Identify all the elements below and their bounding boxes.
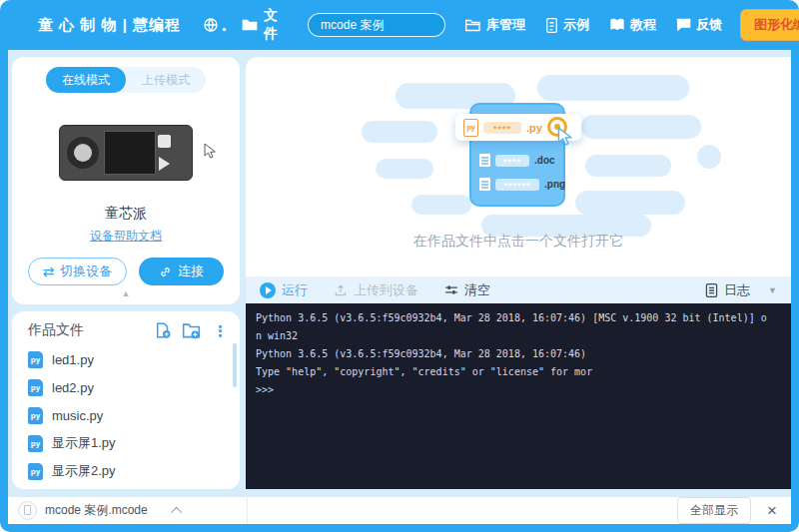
device-board: [59, 125, 193, 181]
switch-device-label: 切换设备: [60, 263, 112, 280]
project-name-input[interactable]: [308, 13, 445, 37]
py-file-icon: py: [463, 119, 478, 137]
project-files-header: 作品文件 ⋮: [12, 311, 240, 345]
run-label: 运行: [282, 281, 308, 299]
file-row[interactable]: py led1.py: [12, 345, 240, 373]
upload-icon: [334, 283, 348, 297]
editor-empty-state: py **** .py **** .doc ****** .png 在作品文件中…: [246, 57, 791, 276]
nav-examples[interactable]: 示例: [545, 16, 589, 34]
background-blob: [376, 159, 433, 179]
filename-placeholder: ******: [495, 179, 539, 191]
run-button[interactable]: 运行: [260, 281, 308, 299]
mouse-cursor-icon: [204, 143, 217, 163]
console-line: Python 3.6.5 (v3.6.5:f59c0932b4, Mar 28 …: [256, 345, 781, 363]
device-button-a: [158, 135, 171, 148]
background-blob: [697, 145, 721, 169]
bottom-bar: mcode 案例.mcode 全部显示 ×: [8, 496, 791, 524]
log-icon: [705, 283, 718, 297]
graphical-editor-button[interactable]: 图形化编辑器: [740, 9, 799, 41]
nav-tutorials[interactable]: 教程: [609, 16, 656, 34]
file-name: 显示屏2.py: [52, 462, 116, 480]
chevron-down-icon[interactable]: ▼: [768, 285, 777, 295]
tutorials-book-icon: [609, 18, 625, 32]
files-scrollbar[interactable]: [233, 343, 237, 387]
python-file-icon: py: [28, 351, 43, 368]
feedback-chat-icon: [676, 18, 691, 32]
clear-console-button[interactable]: 清空: [444, 281, 490, 299]
file-row[interactable]: py 贪食蛇.py: [12, 485, 240, 489]
open-file-tab[interactable]: mcode 案例.mcode: [8, 497, 248, 524]
background-blob: [411, 195, 471, 215]
doc-extension-label: .doc: [534, 155, 555, 166]
file-menu[interactable]: 文件: [242, 7, 278, 43]
log-button[interactable]: 日志: [705, 281, 750, 299]
background-blob: [575, 191, 685, 215]
folder-icon: [242, 18, 258, 32]
show-all-button[interactable]: 全部显示: [677, 497, 751, 524]
file-name: led1.py: [52, 352, 94, 367]
tab-upload-mode[interactable]: 上传模式: [126, 67, 206, 93]
py-extension-label: .py: [526, 122, 542, 134]
switch-device-button[interactable]: ⇄ 切换设备: [28, 258, 128, 285]
new-file-icon[interactable]: [154, 321, 172, 339]
project-files-title: 作品文件: [28, 321, 144, 339]
file-name: led2.py: [52, 380, 94, 395]
console-toolbar: 运行 上传到设备 清空: [246, 276, 791, 303]
chevron-up-icon[interactable]: [171, 506, 182, 517]
device-help-link[interactable]: 设备帮助文档: [90, 228, 162, 245]
nav-feedback-label: 反馈: [696, 16, 722, 34]
illustration-doc-row: **** .doc: [479, 152, 555, 169]
link-icon: [159, 266, 172, 278]
tab-online-mode[interactable]: 在线模式: [46, 67, 126, 93]
new-folder-icon[interactable]: [182, 321, 201, 339]
device-screen: [104, 131, 156, 175]
file-row[interactable]: py led2.py: [12, 373, 240, 401]
device-joystick: [67, 137, 99, 169]
play-icon: [260, 282, 276, 298]
mode-tabs: 在线模式 上传模式: [46, 67, 206, 93]
doc-file-icon: [479, 154, 490, 167]
illustration-png-row: ****** .png: [479, 176, 565, 193]
file-row[interactable]: py music.py: [12, 401, 240, 429]
python-file-icon: py: [28, 435, 43, 452]
device-panel: 在线模式 上传模式 童芯派 设备帮助文档 ⇄ 切换设备: [12, 57, 240, 304]
brand-logo: 童 心 制 物 | 慧编程: [38, 16, 181, 35]
collapse-panel-arrow[interactable]: ▲: [122, 289, 131, 298]
clear-label: 清空: [464, 281, 490, 299]
file-name: music.py: [52, 408, 103, 423]
nav-feedback[interactable]: 反馈: [676, 16, 722, 34]
device-button-b: [159, 157, 170, 171]
top-header: 童 心 制 物 | 慧编程 文件 库管理 示例: [0, 0, 799, 50]
upload-to-device-button[interactable]: 上传到设备: [334, 281, 418, 299]
files-menu-kebab-icon[interactable]: ⋮: [213, 323, 228, 338]
open-file-name: mcode 案例.mcode: [45, 502, 148, 519]
filename-placeholder: ****: [483, 122, 521, 134]
background-blob: [537, 75, 689, 101]
empty-state-hint: 在作品文件中点击一个文件打开它: [246, 233, 791, 251]
nav-library-label: 库管理: [486, 16, 525, 34]
upload-label: 上传到设备: [354, 281, 418, 299]
close-icon[interactable]: ×: [767, 502, 777, 519]
console-prompt: >>>: [256, 381, 781, 399]
console-line: n win32: [256, 327, 781, 345]
clear-icon: [444, 283, 458, 296]
project-files-panel: 作品文件 ⋮ py led1.py py led2: [12, 311, 240, 489]
nav-library[interactable]: 库管理: [465, 16, 525, 34]
device-image: [41, 125, 211, 181]
mouse-cursor-icon: [557, 127, 573, 150]
background-blob: [362, 121, 437, 143]
background-blob: [581, 115, 701, 139]
connect-button[interactable]: 连接: [139, 258, 224, 285]
file-row[interactable]: py 显示屏2.py: [12, 457, 240, 485]
log-label: 日志: [724, 281, 750, 299]
console-output[interactable]: Python 3.6.5 (v3.6.5:f59c0932b4, Mar 28 …: [246, 303, 791, 489]
png-extension-label: .png: [544, 179, 565, 190]
main-content: 在线模式 上传模式 童芯派 设备帮助文档 ⇄ 切换设备: [8, 50, 791, 524]
device-buttons: ⇄ 切换设备 连接: [28, 258, 225, 285]
python-file-icon: py: [28, 379, 43, 396]
python-file-icon: py: [28, 463, 43, 480]
nav-tutorials-label: 教程: [630, 16, 656, 34]
file-row[interactable]: py 显示屏1.py: [12, 429, 240, 457]
language-globe-icon[interactable]: [203, 17, 228, 33]
filename-placeholder: ****: [495, 155, 529, 167]
